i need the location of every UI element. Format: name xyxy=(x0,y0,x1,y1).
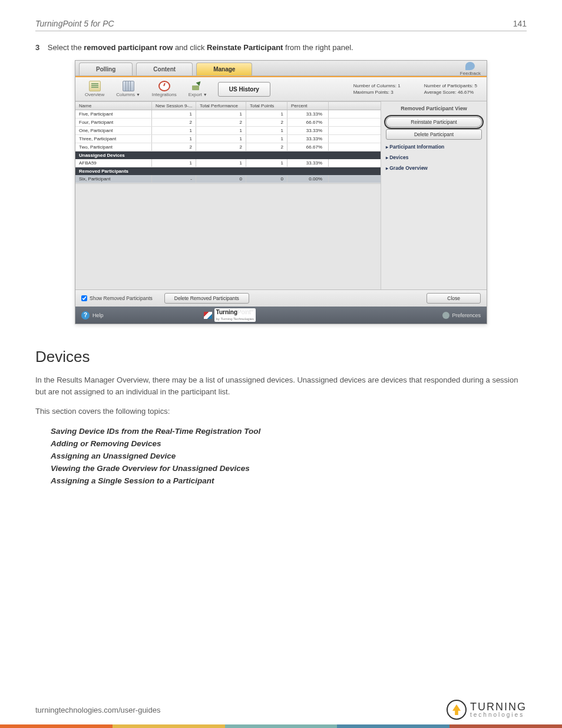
paragraph: In the Results Manager Overview, there m… xyxy=(35,374,527,397)
section-removed-participants[interactable]: Removed Participants xyxy=(75,167,381,175)
delete-participant-button[interactable]: Delete Participant xyxy=(386,129,482,140)
preferences-link[interactable]: Preferences xyxy=(442,312,481,319)
chevron-down-icon: ▼ xyxy=(203,93,207,97)
feedback-button[interactable]: Feedback xyxy=(460,62,481,76)
grid-empty-space xyxy=(75,183,381,289)
columns-icon xyxy=(123,81,134,91)
topic-link[interactable]: Assigning an Unassigned Device xyxy=(51,450,527,463)
export-button[interactable]: Export▼ xyxy=(183,80,213,98)
help-icon[interactable]: ? xyxy=(81,311,90,319)
col-name[interactable]: Name xyxy=(75,102,152,110)
col-percent[interactable]: Percent xyxy=(287,102,329,110)
table-row[interactable]: Four, Participant22266.67% xyxy=(75,118,381,127)
doc-title: TurningPoint 5 for PC xyxy=(35,19,114,28)
tab-polling[interactable]: Polling xyxy=(79,62,133,75)
main-tabs: Polling Content Manage Feedback xyxy=(75,61,487,76)
topic-list: Saving Device IDs from the Real-Time Reg… xyxy=(51,426,527,487)
help-link[interactable]: Help xyxy=(92,312,104,318)
flag-icon xyxy=(204,312,212,319)
toolbar: Overview Columns▼ Integrations Export▼ U… xyxy=(75,77,487,101)
footer-url: turningtechnologies.com/user-guides xyxy=(35,706,160,714)
table-row[interactable]: AFBA5911133.33% xyxy=(75,159,381,167)
section-heading-devices: Devices xyxy=(35,348,527,366)
topic-link[interactable]: Assigning a Single Session to a Particip… xyxy=(51,475,527,487)
step-number: 3 xyxy=(35,43,39,52)
table-row[interactable]: One, Participant11133.33% xyxy=(75,127,381,135)
product-logo: TurningPoint® by Turning Technologies xyxy=(204,308,256,322)
topic-link[interactable]: Saving Device IDs from the Real-Time Reg… xyxy=(51,426,527,438)
col-total-points[interactable]: Total Points xyxy=(246,102,287,110)
table-row[interactable]: Five, Participant11133.33% xyxy=(75,110,381,118)
devices-section[interactable]: Devices xyxy=(386,152,482,163)
overview-button[interactable]: Overview xyxy=(79,80,110,98)
topic-link[interactable]: Adding or Removing Devices xyxy=(51,438,527,450)
reinstate-participant-button[interactable]: Reinstate Participant xyxy=(386,117,482,127)
tab-content[interactable]: Content xyxy=(136,62,193,75)
results-grid: Name New Session 9-... Total Performance… xyxy=(75,101,381,289)
integrations-button[interactable]: Integrations xyxy=(146,80,183,98)
paragraph: This section covers the following topics… xyxy=(35,406,527,417)
grid-header: Name New Session 9-... Total Performance… xyxy=(75,101,381,110)
bottom-bar: Show Removed Participants Delete Removed… xyxy=(75,289,487,307)
table-row[interactable]: Three, Participant11133.33% xyxy=(75,135,381,143)
table-row[interactable]: Two, Participant22266.67% xyxy=(75,143,381,151)
section-unassigned-devices[interactable]: Unassigned Devices xyxy=(75,151,381,159)
col-total-performance[interactable]: Total Performance xyxy=(196,102,246,110)
close-button[interactable]: Close xyxy=(427,293,481,304)
col-session[interactable]: New Session 9-... xyxy=(152,102,196,110)
participant-information-section[interactable]: Participant Information xyxy=(386,141,482,152)
status-bar: ? Help TurningPoint® by Turning Technolo… xyxy=(75,307,487,324)
page-header: TurningPoint 5 for PC 141 xyxy=(35,0,527,31)
instruction-step: 3 Select the removed participant row and… xyxy=(35,43,527,52)
speech-bubble-icon xyxy=(465,62,475,70)
tab-manage[interactable]: Manage xyxy=(196,62,252,75)
topic-link[interactable]: Viewing the Grade Overview for Unassigne… xyxy=(51,463,527,475)
export-icon xyxy=(192,81,204,91)
panel-title: Removed Participant View xyxy=(386,104,482,115)
grade-overview-section[interactable]: Grade Overview xyxy=(386,163,482,173)
turning-arrow-icon xyxy=(447,700,467,720)
removed-participant-row[interactable]: Six, Participant-000.00% xyxy=(75,175,381,183)
show-removed-checkbox[interactable]: Show Removed Participants xyxy=(81,295,153,301)
columns-button[interactable]: Columns▼ xyxy=(110,80,146,98)
gear-icon xyxy=(442,312,449,319)
page-number: 141 xyxy=(513,19,527,28)
overview-icon xyxy=(89,81,101,91)
right-panel: Removed Participant View Reinstate Parti… xyxy=(381,101,487,289)
chevron-down-icon: ▼ xyxy=(136,93,140,97)
color-bar xyxy=(0,724,562,728)
app-screenshot: Polling Content Manage Feedback Overview… xyxy=(75,60,487,324)
stats-block: Number of Columns: 1 Maximum Points: 3 N… xyxy=(353,82,483,96)
integrations-icon xyxy=(158,81,170,91)
show-removed-checkbox-input[interactable] xyxy=(81,295,87,301)
turning-logo: TURNING technologies xyxy=(447,700,527,720)
delete-removed-participants-button[interactable]: Delete Removed Participants xyxy=(164,293,249,304)
session-name-button[interactable]: US History xyxy=(218,82,270,97)
page-footer: turningtechnologies.com/user-guides TURN… xyxy=(0,700,562,728)
